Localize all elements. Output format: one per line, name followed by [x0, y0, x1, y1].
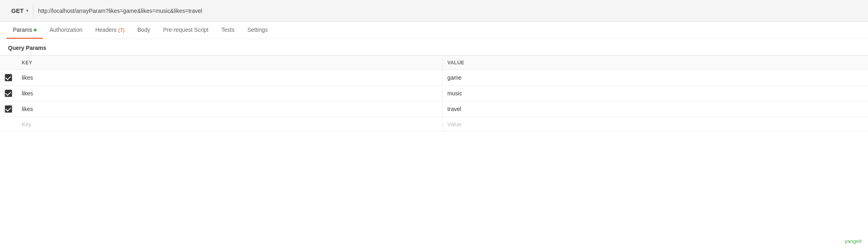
table-row: likes travel	[0, 101, 868, 117]
row-1-checkbox[interactable]	[5, 74, 12, 81]
tab-params[interactable]: Params	[6, 22, 43, 39]
row-1-value[interactable]: game	[442, 70, 868, 86]
row-3-checkbox[interactable]	[5, 105, 12, 113]
tabs-bar: Params Authorization Headers (7) Body Pr…	[0, 22, 868, 39]
headers-badge: (7)	[118, 27, 125, 33]
empty-value-cell[interactable]: Value	[442, 117, 868, 132]
key-placeholder: Key	[22, 121, 31, 128]
tab-tests[interactable]: Tests	[215, 22, 241, 39]
tab-settings-label: Settings	[247, 27, 268, 33]
tab-params-label: Params	[13, 27, 32, 33]
url-bar: GET ▾	[0, 0, 868, 22]
tab-body-label: Body	[137, 27, 150, 33]
row-3-key[interactable]: likes	[17, 101, 442, 117]
row-1-checkbox-cell	[0, 70, 17, 86]
params-table: KEY VALUE likes game likes music	[0, 56, 868, 132]
row-1-key[interactable]: likes	[17, 70, 442, 86]
col-header-value: VALUE	[442, 56, 868, 70]
method-selector[interactable]: GET ▾	[6, 4, 33, 17]
tab-authorization[interactable]: Authorization	[43, 22, 89, 39]
row-2-checkbox[interactable]	[5, 90, 12, 97]
tab-headers-label: Headers	[95, 27, 117, 33]
empty-key-cell[interactable]: Key	[17, 117, 442, 132]
row-2-value[interactable]: music	[442, 86, 868, 101]
tab-settings[interactable]: Settings	[241, 22, 274, 39]
chevron-down-icon: ▾	[26, 8, 28, 13]
tab-authorization-label: Authorization	[49, 27, 82, 33]
col-header-checkbox	[0, 56, 17, 70]
value-placeholder: Value	[447, 121, 462, 128]
section-title: Query Params	[0, 39, 868, 56]
row-3-value[interactable]: travel	[442, 101, 868, 117]
tab-pre-request-script[interactable]: Pre-request Script	[157, 22, 215, 39]
tab-body[interactable]: Body	[131, 22, 157, 39]
method-label: GET	[11, 7, 24, 14]
tab-pre-request-script-label: Pre-request Script	[163, 27, 209, 33]
empty-row: Key Value	[0, 117, 868, 132]
table-header-row: KEY VALUE	[0, 56, 868, 70]
empty-checkbox-cell	[0, 117, 17, 132]
row-2-key[interactable]: likes	[17, 86, 442, 101]
table-row: likes game	[0, 70, 868, 86]
tab-headers[interactable]: Headers (7)	[89, 22, 131, 39]
row-2-checkbox-cell	[0, 86, 17, 101]
url-input[interactable]	[38, 6, 862, 16]
row-3-checkbox-cell	[0, 101, 17, 117]
tab-tests-label: Tests	[222, 27, 235, 33]
col-header-key: KEY	[17, 56, 442, 70]
table-row: likes music	[0, 86, 868, 101]
params-table-wrapper: KEY VALUE likes game likes music	[0, 56, 868, 132]
params-dot-icon	[34, 29, 37, 31]
